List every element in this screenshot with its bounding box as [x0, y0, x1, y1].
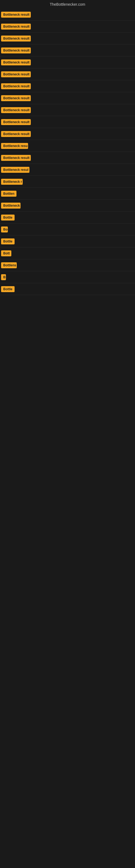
bottleneck-result-badge[interactable]: Bottleneck result [1, 48, 31, 54]
list-item: Bottle [0, 212, 135, 223]
list-item: Bottleneck result [0, 104, 135, 116]
bottleneck-result-badge[interactable]: Bottleneck result [1, 12, 31, 18]
list-item: Bottleneck resul [0, 164, 135, 176]
list-item: Bottleneck resu [0, 140, 135, 152]
list-item: Bottleneck r [0, 176, 135, 188]
list-item: Bottleneck result [0, 152, 135, 164]
bottleneck-result-badge[interactable]: Bottle [1, 286, 14, 292]
list-item: B [0, 271, 135, 283]
list-item: Bottleneck result [0, 116, 135, 128]
bottleneck-result-badge[interactable]: Bottleneck result [1, 71, 31, 77]
bottleneck-result-badge[interactable]: Bottleneck result [1, 24, 31, 30]
bottleneck-result-badge[interactable]: Bottleneck resu [1, 143, 28, 149]
bottleneck-result-badge[interactable]: Bottleneck resul [1, 167, 30, 173]
list-item: Bottleneck result [0, 56, 135, 68]
bottleneck-result-badge[interactable]: Bott [1, 250, 11, 256]
list-item: Bottleneck result [0, 9, 135, 21]
list-item: Bottleneck result [0, 128, 135, 140]
bottleneck-result-badge[interactable]: Bottle [1, 239, 14, 244]
bottleneck-result-badge[interactable]: Bottleneck result [1, 83, 31, 89]
bottleneck-result-badge[interactable]: Bottleneck result [1, 59, 31, 65]
bottleneck-result-badge[interactable]: Bo [1, 226, 8, 232]
bottleneck-result-badge[interactable]: Bottleneck result [1, 131, 31, 137]
list-item: Bottle [0, 283, 135, 295]
list-item: Bottlen [0, 188, 135, 199]
bottleneck-result-badge[interactable]: Bottleneck [1, 203, 20, 209]
bottleneck-result-badge[interactable]: Bottleneck result [1, 35, 31, 41]
bottleneck-result-badge[interactable]: Bottleneck result [1, 95, 31, 101]
list-item: Bottle [0, 236, 135, 247]
list-item: Bottleneck result [0, 92, 135, 104]
bottleneck-result-badge[interactable]: Bottlen [1, 191, 16, 197]
list-item: Bott [0, 247, 135, 259]
bottleneck-result-badge[interactable]: Bottleneck result [1, 107, 31, 113]
bottleneck-result-badge[interactable]: B [1, 274, 6, 280]
site-title: TheBottlenecker.com [0, 0, 135, 9]
bottleneck-result-badge[interactable]: Bottleneck r [1, 179, 23, 185]
list-item: Bottleneck result [0, 80, 135, 92]
list-item: Bottlens [0, 259, 135, 271]
list-item: Bottleneck result [0, 21, 135, 33]
list-item: Bottleneck result [0, 33, 135, 44]
list-item: Bottleneck result [0, 68, 135, 80]
bottleneck-result-badge[interactable]: Bottle [1, 215, 14, 220]
bottleneck-result-badge[interactable]: Bottleneck result [1, 155, 31, 161]
bottleneck-result-badge[interactable]: Bottleneck result [1, 119, 31, 125]
list-item: Bo [0, 223, 135, 236]
bottleneck-result-badge[interactable]: Bottlens [1, 262, 17, 268]
list-item: Bottleneck [0, 199, 135, 212]
list-item: Bottleneck result [0, 44, 135, 56]
